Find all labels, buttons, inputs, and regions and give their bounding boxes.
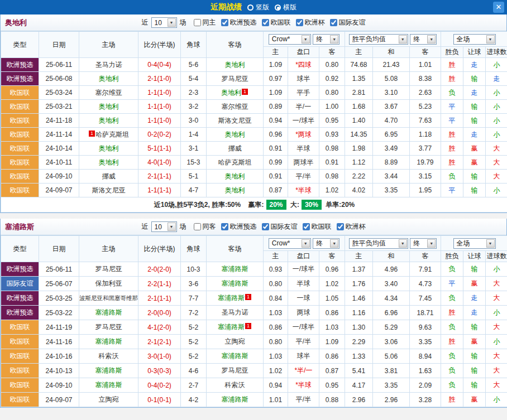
filter-checkbox[interactable]: 同主 — [194, 18, 216, 27]
checkbox-input[interactable] — [194, 19, 201, 26]
result-wdl: 负 — [441, 262, 463, 277]
euro-period-select[interactable]: 终▼ — [410, 34, 437, 45]
away-team-cell: 罗马尼亚 — [207, 364, 264, 378]
results-table: 类型 日期 主场 比分(半场) 角球 客场 Crow*▼ 终▼ 胜平负均值▼ 终… — [1, 235, 507, 407]
period-value: 终 — [413, 239, 420, 248]
result-handicap: 输 — [463, 364, 486, 378]
ah-period-select[interactable]: 终▼ — [313, 238, 339, 249]
filter-checkbox[interactable]: 欧洲杯 — [337, 222, 366, 231]
euro-home-odds: 1.37 — [345, 262, 373, 277]
scope-value: 全场 — [457, 239, 470, 248]
filter-checkbox[interactable]: 欧洲预选 — [221, 222, 257, 231]
filter-checkbox[interactable]: 同客 — [194, 222, 216, 231]
euro-away-odds: 1.63 — [410, 364, 441, 378]
euro-away-odds: 1.95 — [410, 184, 441, 197]
recent-results-window: 近期战绩 竖版 横版 ✕ 奥地利 近 10▼ 场 同主欧洲预选欧国联欧洲杯国际友… — [0, 0, 507, 408]
layout-radio-vertical[interactable]: 竖版 — [247, 3, 269, 12]
checkbox-input[interactable] — [337, 223, 344, 230]
corner-score: 2-3 — [181, 86, 207, 100]
euro-away-odds: 3.28 — [410, 393, 441, 407]
euro-home-odds: 14.35 — [345, 128, 373, 142]
euro-away-odds: 7.45 — [410, 291, 441, 306]
corner-score: 5-1 — [181, 170, 207, 184]
match-count-select[interactable]: 10▼ — [151, 221, 177, 232]
checkbox-input[interactable] — [330, 19, 337, 26]
result-wdl: 负 — [441, 170, 463, 184]
filterbar: 奥地利 近 10▼ 场 同主欧洲预选欧国联欧洲杯国际友谊 — [1, 15, 506, 31]
result-handicap: 走 — [463, 86, 486, 100]
away-team-cell: 塞浦路斯 — [207, 393, 264, 407]
ah-home-odds: 1.09 — [264, 58, 288, 72]
match-row: 欧国联24-11-18奥地利1-1(1-0)3-0斯洛文尼亚0.94一/球半0.… — [1, 114, 507, 128]
checkbox-input[interactable] — [194, 223, 201, 230]
away-team-cell: 挪威 — [207, 142, 264, 156]
away-team-cell: 罗马尼亚 — [207, 72, 264, 86]
result-handicap: 赢 — [463, 142, 486, 156]
match-row: 欧国联24-10-14奥地利5-1(1-1)3-1挪威0.91半球0.981.9… — [1, 142, 507, 156]
col-header-ah-line: 盘口 — [288, 251, 319, 262]
euro-away-odds: 8.94 — [410, 349, 441, 364]
scope-select[interactable]: 全场▼ — [453, 34, 496, 45]
checkbox-input[interactable] — [296, 19, 303, 26]
filter-checkbox[interactable]: 欧国联 — [303, 222, 332, 231]
ah-away-odds: 0.86 — [319, 349, 345, 364]
filter-checkbox[interactable]: 国际友谊 — [262, 222, 298, 231]
result-wdl: 胜 — [441, 128, 463, 142]
home-team-cell: 塞浦路斯 — [79, 378, 138, 393]
match-score: 2-2(1-1) — [138, 277, 181, 291]
euro-odds-select[interactable]: 胜平负均值▼ — [349, 238, 408, 249]
result-goals: 小 — [486, 393, 507, 407]
big-rate-badge: 30% — [302, 200, 322, 210]
team-name: 圣马力诺 — [95, 61, 122, 69]
radio-icon[interactable] — [247, 4, 253, 11]
league-type-badge: 欧国联 — [1, 100, 39, 114]
bookmaker-value: Crow* — [272, 239, 290, 247]
result-handicap: 输 — [463, 184, 486, 197]
away-team-cell: 塞浦路斯1 — [207, 320, 264, 335]
home-team-cell: 圣马力诺 — [79, 58, 138, 72]
close-icon[interactable]: ✕ — [493, 2, 504, 13]
league-type-badge: 欧国联 — [1, 156, 39, 170]
filterbar: 塞浦路斯 近 10▼ 场 同客欧洲预选国际友谊欧国联欧洲杯 — [1, 219, 506, 235]
scope-dropdown-cell: 全场▼ — [441, 32, 507, 47]
home-team-cell: 罗马尼亚 — [79, 262, 138, 277]
checkbox-label: 欧洲杯 — [305, 18, 325, 27]
filter-checkbox[interactable]: 欧国联 — [262, 18, 291, 27]
result-wdl: 平 — [441, 100, 463, 114]
euro-odds-select[interactable]: 胜平负均值▼ — [349, 34, 408, 45]
checkbox-input[interactable] — [262, 19, 269, 26]
euro-draw-odds: 3.10 — [373, 86, 410, 100]
match-date: 24-11-18 — [39, 114, 79, 128]
win-rate-label: 赢率: — [248, 201, 264, 209]
filter-checkbox[interactable]: 欧洲杯 — [296, 18, 325, 27]
checkbox-input[interactable] — [303, 223, 310, 230]
section-team-name: 奥地利 — [5, 18, 27, 28]
league-type-badge: 欧洲预选 — [1, 58, 39, 72]
radio-selected-icon[interactable] — [275, 4, 281, 11]
period-value: 终 — [413, 35, 420, 44]
filter-checkbox[interactable]: 国际友谊 — [330, 18, 366, 27]
bookmaker-select[interactable]: Crow*▼ — [269, 34, 311, 45]
checkbox-input[interactable] — [262, 223, 269, 230]
euro-home-odds: 2.96 — [345, 393, 373, 407]
team-name: 塞浦路斯 — [95, 366, 122, 374]
filter-checkbox[interactable]: 欧洲预选 — [221, 18, 257, 27]
col-header-ah-away: 客 — [319, 47, 345, 58]
ah-line: 平/半 — [288, 335, 319, 349]
ah-line: *半/一 — [288, 364, 319, 378]
result-wdl: 负 — [441, 378, 463, 393]
scope-select[interactable]: 全场▼ — [453, 238, 496, 249]
checkbox-input[interactable] — [221, 223, 228, 230]
checkbox-input[interactable] — [221, 19, 228, 26]
match-count-select[interactable]: 10▼ — [151, 17, 177, 28]
bookmaker-select[interactable]: Crow*▼ — [269, 238, 311, 249]
ah-period-select[interactable]: 终▼ — [313, 34, 339, 45]
section-divider — [0, 213, 507, 219]
col-header-type: 类型 — [1, 32, 39, 58]
home-team-cell: 奥地利 — [79, 72, 138, 86]
euro-away-odds: 7.63 — [410, 114, 441, 128]
layout-radio-horizontal[interactable]: 横版 — [275, 3, 296, 12]
euro-period-select[interactable]: 终▼ — [410, 238, 437, 249]
result-wdl: 平 — [441, 184, 463, 197]
ah-home-odds: 1.02 — [264, 364, 288, 378]
